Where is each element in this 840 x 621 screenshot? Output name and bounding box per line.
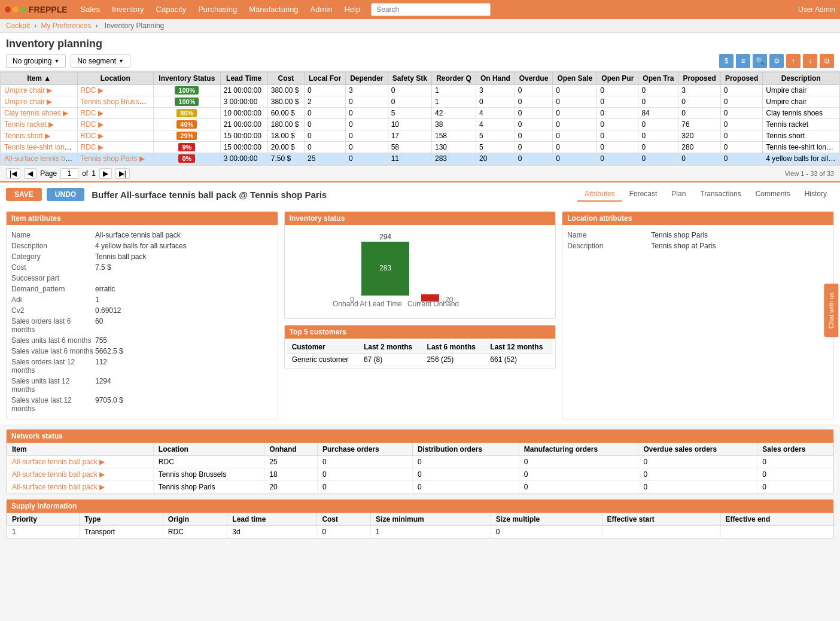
col-open-sale: Open Sale bbox=[553, 72, 597, 85]
cell-open-sale: 0 bbox=[553, 130, 597, 142]
pag-of-label: of bbox=[82, 169, 88, 178]
table-row[interactable]: Clay tennis shoes ▶ RDC ▶ 80% 10 00:00:0… bbox=[1, 108, 839, 119]
table-row[interactable]: Tennis short ▶ RDC ▶ 29% 15 00:00:00 18.… bbox=[1, 130, 839, 142]
net-so: 0 bbox=[757, 481, 833, 494]
cell-reorder-q: 130 bbox=[431, 142, 476, 153]
net-onhand: 18 bbox=[264, 468, 318, 481]
net-po: 0 bbox=[317, 468, 412, 481]
cell-item[interactable]: Clay tennis shoes ▶ bbox=[1, 108, 78, 119]
toolbar-dollar[interactable]: $ bbox=[719, 54, 734, 68]
nav-capacity[interactable]: Capacity bbox=[150, 0, 193, 19]
table-row[interactable]: Tennis tee-shirt long sleeves ▶ RDC ▶ 9%… bbox=[1, 142, 839, 153]
tab-forecast[interactable]: Forecast bbox=[622, 187, 665, 202]
save-button[interactable]: SAVE bbox=[6, 188, 42, 201]
chart-xaxis-1: Onhand At Lead Time bbox=[333, 300, 402, 308]
cell-item[interactable]: All-surface tennis ball pack ▶ bbox=[1, 153, 78, 165]
cell-proposed2: 0 bbox=[720, 119, 763, 130]
list-item: Generic customer 67 (8) 256 (25) 661 (52… bbox=[287, 354, 553, 366]
toolbar-copy[interactable]: ⧉ bbox=[820, 54, 834, 68]
net-onhand: 20 bbox=[264, 481, 318, 494]
pag-first[interactable]: |◀ bbox=[6, 168, 20, 179]
cell-item[interactable]: Tennis tee-shirt long sleeves ▶ bbox=[1, 142, 78, 153]
table-row[interactable]: Tennis racket ▶ RDC ▶ 40% 21 00:00:00 18… bbox=[1, 119, 839, 130]
cell-status: 40% bbox=[154, 119, 221, 130]
network-status-header: Network status bbox=[7, 430, 833, 443]
pagination-bar: |◀ ◀ Page of 1 ▶ ▶| View 1 - 33 of 33 bbox=[0, 165, 840, 181]
pag-last[interactable]: ▶| bbox=[115, 168, 130, 179]
toolbar-upload[interactable]: ↑ bbox=[786, 54, 801, 68]
cell-item[interactable]: Umpire chair ▶ bbox=[1, 96, 78, 108]
pag-next[interactable]: ▶ bbox=[99, 168, 112, 179]
cell-location[interactable]: RDC ▶ bbox=[77, 119, 154, 130]
cell-location[interactable]: RDC ▶ bbox=[77, 108, 154, 119]
tab-attributes[interactable]: Attributes bbox=[577, 187, 622, 202]
page-input[interactable] bbox=[60, 168, 78, 179]
toolbar-col[interactable]: ≡ bbox=[736, 54, 750, 68]
net-item[interactable]: All-surface tennis ball pack ▶ bbox=[7, 456, 154, 468]
location-attributes-panel: Location attributes NameTennis shop Pari… bbox=[562, 211, 834, 419]
nav-help[interactable]: Help bbox=[338, 0, 366, 19]
nav-sales[interactable]: Sales bbox=[75, 0, 106, 19]
chart-y0: 0 bbox=[350, 296, 354, 304]
chart-bar-label: 283 bbox=[379, 264, 391, 272]
net-overdue: 0 bbox=[638, 456, 757, 468]
cell-location[interactable]: Tennis shop Brussels ▶ bbox=[77, 96, 154, 108]
detail-header: SAVE UNDO Buffer All-surface tennis ball… bbox=[0, 181, 840, 206]
filter-bar: No grouping ▼ No segment ▼ $ ≡ 🔍 ⚙ ↑ ↓ ⧉ bbox=[6, 54, 834, 68]
cell-item[interactable]: Umpire chair ▶ bbox=[1, 85, 78, 96]
cell-location[interactable]: RDC ▶ bbox=[77, 85, 154, 96]
table-row[interactable]: Umpire chair ▶ RDC ▶ 100% 21 00:00:00 38… bbox=[1, 85, 839, 96]
attr-row: CategoryTennis ball pack bbox=[11, 251, 273, 262]
nav-admin[interactable]: Admin bbox=[305, 0, 339, 19]
attr-value: 1 bbox=[95, 296, 99, 304]
pag-prev[interactable]: ◀ bbox=[24, 168, 36, 179]
cell-open-tra: 84 bbox=[638, 108, 678, 119]
net-item[interactable]: All-surface tennis ball pack ▶ bbox=[7, 481, 154, 494]
attr-value: Tennis shop at Paris bbox=[651, 242, 716, 250]
cell-item[interactable]: Tennis short ▶ bbox=[1, 130, 78, 142]
cell-overdue: 0 bbox=[515, 142, 552, 153]
chat-widget[interactable]: Chat with us bbox=[824, 284, 839, 337]
page-header: Inventory planning No grouping ▼ No segm… bbox=[0, 33, 840, 71]
tab-comments[interactable]: Comments bbox=[748, 187, 798, 202]
net-onhand: 25 bbox=[264, 456, 318, 468]
breadcrumb-myprefs[interactable]: My Preferences bbox=[41, 22, 91, 30]
col-open-tra: Open Tra bbox=[638, 72, 678, 85]
cell-status: 0% bbox=[154, 153, 221, 165]
inventory-status-panel: Inventory status 294 283 Onhand At bbox=[284, 211, 556, 319]
table-row[interactable]: All-surface tennis ball pack ▶ Tennis sh… bbox=[1, 153, 839, 165]
attr-label: Name bbox=[11, 231, 95, 239]
cell-location[interactable]: RDC ▶ bbox=[77, 142, 154, 153]
tab-transactions[interactable]: Transactions bbox=[693, 187, 748, 202]
net-item[interactable]: All-surface tennis ball pack ▶ bbox=[7, 468, 154, 481]
breadcrumb-cockpit[interactable]: Cockpit bbox=[6, 22, 30, 30]
toolbar-download[interactable]: ↓ bbox=[803, 54, 817, 68]
tab-history[interactable]: History bbox=[798, 187, 834, 202]
segment-filter[interactable]: No segment ▼ bbox=[71, 54, 130, 68]
search-input[interactable] bbox=[371, 3, 491, 16]
cell-cost: 18.00 $ bbox=[267, 130, 304, 142]
table-row: All-surface tennis ball pack ▶ Tennis sh… bbox=[7, 481, 833, 494]
cell-description: 4 yellow balls for all surfaces bbox=[763, 153, 839, 165]
table-row[interactable]: Umpire chair ▶ Tennis shop Brussels ▶ 10… bbox=[1, 96, 839, 108]
cell-item[interactable]: Tennis racket ▶ bbox=[1, 119, 78, 130]
attr-value: erratic bbox=[95, 285, 115, 293]
grouping-filter[interactable]: No grouping ▼ bbox=[6, 54, 66, 68]
segment-label: No segment bbox=[77, 57, 116, 65]
cust-last6: 256 (25) bbox=[422, 354, 486, 366]
nav-manufacturing[interactable]: Manufacturing bbox=[243, 0, 304, 19]
nav-inventory[interactable]: Inventory bbox=[106, 0, 150, 19]
cell-location[interactable]: Tennis shop Paris ▶ bbox=[77, 153, 154, 165]
cell-local-for: 0 bbox=[305, 130, 346, 142]
cell-reorder-q: 158 bbox=[431, 130, 476, 142]
tab-plan[interactable]: Plan bbox=[664, 187, 693, 202]
cell-location[interactable]: RDC ▶ bbox=[77, 130, 154, 142]
net-overdue: 0 bbox=[638, 468, 757, 481]
undo-button[interactable]: UNDO bbox=[47, 188, 84, 201]
toolbar-search2[interactable]: 🔍 bbox=[753, 54, 767, 68]
net-po: 0 bbox=[317, 481, 412, 494]
nav-purchasing[interactable]: Purchasing bbox=[192, 0, 243, 19]
detail-title: Buffer All-surface tennis ball pack @ Te… bbox=[92, 190, 327, 200]
col-reorder-q: Reorder Q bbox=[431, 72, 476, 85]
toolbar-settings[interactable]: ⚙ bbox=[769, 54, 784, 68]
